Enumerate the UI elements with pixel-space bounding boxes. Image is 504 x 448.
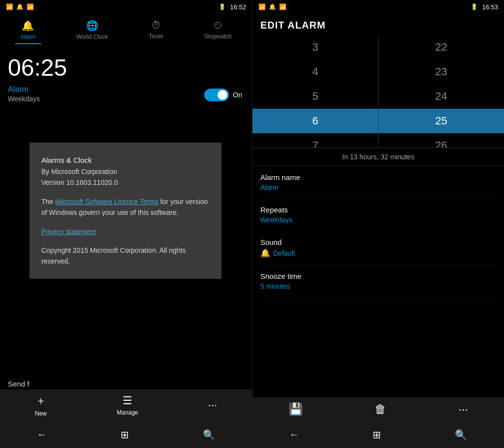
time-picker[interactable]: 3 4 5 6 7 8 9 22 23 24 25 26 27 28 bbox=[252, 35, 504, 148]
more-button-right[interactable]: ··· bbox=[458, 402, 468, 416]
left-bottom-toolbar: ＋ New ☰ Manage ··· bbox=[0, 389, 252, 421]
minute-column[interactable]: 22 23 24 25 26 27 28 bbox=[378, 35, 504, 148]
new-label: New bbox=[35, 410, 47, 417]
right-signal-icon: 📶 bbox=[258, 3, 266, 10]
right-battery-icon: 🔋 bbox=[471, 3, 478, 10]
sound-value: 🔔 Default bbox=[260, 248, 496, 258]
right-wifi-icon: 📶 bbox=[279, 3, 286, 10]
left-clock-time: 16:52 bbox=[230, 3, 246, 11]
hour-row-5[interactable]: 5 bbox=[252, 84, 378, 109]
left-status-icons: 📶 🔔 📶 bbox=[6, 3, 34, 10]
wifi-icon: 📶 bbox=[27, 3, 34, 10]
stopwatch-tab-icon: ⏲ bbox=[213, 20, 223, 31]
minute-row-24[interactable]: 24 bbox=[378, 84, 504, 109]
right-location-icon: 🔔 bbox=[269, 3, 276, 10]
right-status-right: 🔋 16:53 bbox=[471, 3, 498, 11]
manage-icon: ☰ bbox=[123, 394, 132, 407]
left-status-bar: 📶 🔔 📶 🔋 16:52 bbox=[0, 0, 252, 14]
home-button-right[interactable]: ⊞ bbox=[373, 429, 381, 441]
about-company: By Microsoft Corporation bbox=[41, 166, 210, 177]
license-link[interactable]: Microsoft Software Licence Terms bbox=[55, 198, 158, 206]
minute-row-26[interactable]: 26 bbox=[378, 133, 504, 148]
worldclock-tab-label: World Clock bbox=[76, 33, 108, 40]
about-copyright: Copyright 2015 Microsoft Corporation. Al… bbox=[41, 245, 210, 267]
repeats-setting[interactable]: Repeats Weekdays bbox=[260, 199, 496, 231]
timer-tab-label: Timer bbox=[149, 33, 163, 40]
hour-row-4[interactable]: 4 bbox=[252, 60, 378, 84]
alarm-tab-label: Alarm bbox=[20, 33, 35, 40]
minute-row-25[interactable]: 25 bbox=[378, 109, 504, 133]
about-license: The Microsoft Software Licence Terms for… bbox=[41, 196, 210, 218]
signal-icon: 📶 bbox=[6, 3, 13, 10]
left-nav-bar: ← ⊞ 🔍 bbox=[0, 421, 252, 448]
repeats-label: Repeats bbox=[260, 206, 496, 214]
tab-bar: 🔔 Alarm 🌐 World Clock ⏱ Timer ⏲ Stopwatc… bbox=[0, 14, 252, 44]
sound-value-text: Default bbox=[273, 249, 295, 257]
new-button[interactable]: ＋ New bbox=[35, 393, 47, 417]
new-icon: ＋ bbox=[35, 393, 46, 408]
search-button-right[interactable]: 🔍 bbox=[455, 429, 467, 441]
edit-alarm-title: EDIT ALARM bbox=[252, 14, 504, 35]
snooze-label: Snooze time bbox=[260, 272, 496, 280]
about-privacy: Privacy statement bbox=[41, 226, 210, 237]
tab-timer[interactable]: ⏱ Timer bbox=[144, 18, 168, 44]
about-dialog: Alarms & Clock By Microsoft Corporation … bbox=[30, 143, 221, 279]
search-button-left[interactable]: 🔍 bbox=[203, 429, 215, 441]
hour-column[interactable]: 3 4 5 6 7 8 9 bbox=[252, 35, 378, 148]
tab-stopwatch[interactable]: ⏲ Stopwatch bbox=[199, 18, 237, 44]
stopwatch-tab-label: Stopwatch bbox=[204, 33, 232, 40]
manage-button[interactable]: ☰ Manage bbox=[117, 394, 138, 416]
more-icon-left: ··· bbox=[208, 399, 217, 412]
snooze-value: 5 minutes bbox=[260, 282, 496, 290]
tab-alarm[interactable]: 🔔 Alarm bbox=[15, 18, 40, 44]
repeats-value: Weekdays bbox=[260, 216, 496, 224]
minute-row-22[interactable]: 22 bbox=[378, 35, 504, 60]
manage-label: Manage bbox=[117, 409, 138, 416]
tab-worldclock[interactable]: 🌐 World Clock bbox=[71, 18, 113, 44]
alarm-time-display: 06:25 bbox=[8, 54, 244, 81]
right-clock-time: 16:53 bbox=[482, 3, 498, 11]
minute-row-23[interactable]: 23 bbox=[378, 60, 504, 84]
back-button-left[interactable]: ← bbox=[37, 429, 47, 440]
location-icon: 🔔 bbox=[16, 3, 24, 10]
alarm-content: 06:25 Alarm Weekdays bbox=[0, 44, 252, 113]
more-button-left[interactable]: ··· bbox=[208, 399, 217, 412]
left-status-right: 🔋 16:52 bbox=[219, 3, 246, 11]
sound-label: Sound bbox=[260, 238, 496, 246]
alarm-name-label: Alarm name bbox=[260, 173, 496, 181]
delete-button[interactable]: 🗑 bbox=[375, 402, 386, 416]
hour-row-7[interactable]: 7 bbox=[252, 133, 378, 148]
license-prefix: The bbox=[41, 198, 55, 206]
sound-setting[interactable]: Sound 🔔 Default bbox=[260, 231, 496, 265]
time-info: In 13 hours, 32 minutes bbox=[252, 148, 504, 166]
home-button-left[interactable]: ⊞ bbox=[121, 429, 129, 441]
about-version: Version 10.1603.11020.0 bbox=[41, 177, 210, 188]
alarm-toggle[interactable] bbox=[204, 89, 229, 101]
right-bottom-toolbar: 💾 🗑 ··· bbox=[252, 397, 504, 421]
snooze-setting[interactable]: Snooze time 5 minutes bbox=[260, 265, 496, 298]
privacy-link[interactable]: Privacy statement bbox=[41, 228, 96, 236]
about-app-name: Alarms & Clock bbox=[41, 154, 210, 166]
toggle-label: On bbox=[233, 91, 242, 99]
battery-icon: 🔋 bbox=[219, 3, 226, 10]
left-panel: 📶 🔔 📶 🔋 16:52 🔔 Alarm 🌐 World Clock ⏱ Ti… bbox=[0, 0, 252, 448]
alarm-tab-icon: 🔔 bbox=[22, 20, 34, 31]
back-button-right[interactable]: ← bbox=[289, 429, 299, 440]
timer-tab-icon: ⏱ bbox=[151, 20, 161, 31]
right-status-bar: 📶 🔔 📶 🔋 16:53 bbox=[252, 0, 504, 14]
alarm-name-setting[interactable]: Alarm name Alarm bbox=[260, 166, 496, 199]
save-button[interactable]: 💾 bbox=[288, 402, 303, 416]
worldclock-tab-icon: 🌐 bbox=[86, 20, 98, 31]
hour-row-3[interactable]: 3 bbox=[252, 35, 378, 60]
alarm-toggle-row: On bbox=[204, 89, 242, 101]
right-panel: 📶 🔔 📶 🔋 16:53 EDIT ALARM 3 4 5 6 7 8 9 2… bbox=[252, 0, 504, 448]
right-status-icons: 📶 🔔 📶 bbox=[258, 3, 286, 10]
alarm-name-value: Alarm bbox=[260, 183, 496, 191]
bell-icon: 🔔 bbox=[260, 248, 270, 258]
settings-section: Alarm name Alarm Repeats Weekdays Sound … bbox=[252, 166, 504, 298]
right-nav-bar: ← ⊞ 🔍 bbox=[252, 421, 504, 448]
hour-row-6[interactable]: 6 bbox=[252, 109, 378, 133]
